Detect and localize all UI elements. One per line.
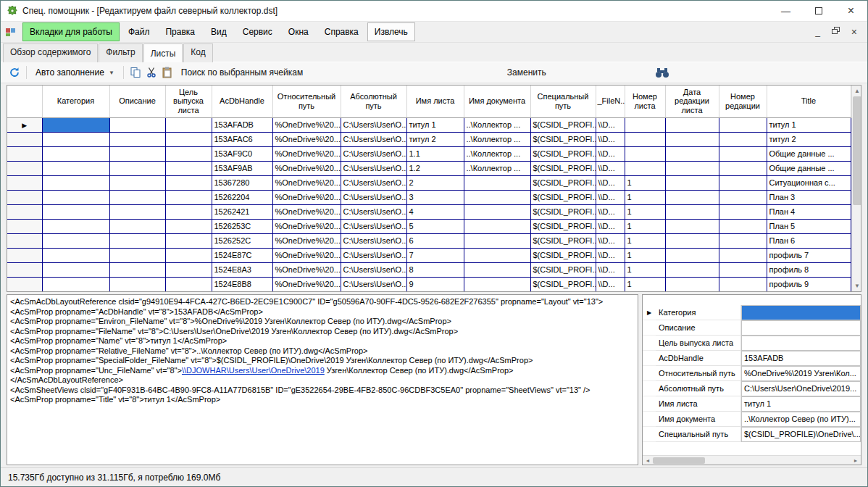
- grid-cell[interactable]: [42, 233, 109, 248]
- grid-cell[interactable]: [42, 161, 109, 175]
- grid-cell[interactable]: %OneDrive%\20...: [272, 161, 341, 175]
- grid-cell[interactable]: Общие данные ...: [767, 161, 851, 175]
- grid-cell[interactable]: \\D...: [596, 132, 625, 146]
- grid-cell[interactable]: $(CSIDL_PROFI...: [530, 219, 596, 233]
- grid-cell[interactable]: 153AFAC6: [212, 132, 272, 146]
- grid-cell[interactable]: 1.2: [406, 161, 464, 175]
- grid-cell[interactable]: [665, 248, 719, 262]
- grid-cell[interactable]: [165, 219, 212, 233]
- scroll-up-icon[interactable]: ▲: [854, 86, 860, 96]
- grid-cell[interactable]: $(CSIDL_PROFI...: [530, 233, 596, 248]
- grid-cell[interactable]: [42, 175, 109, 190]
- grid-cell[interactable]: \\D...: [596, 277, 625, 291]
- property-value[interactable]: ..\Коллектор Север (по ИТУ)...: [741, 412, 861, 427]
- grid-cell[interactable]: $(CSIDL_PROFI...: [530, 190, 596, 204]
- grid-cell[interactable]: [42, 204, 109, 219]
- grid-cell[interactable]: $(CSIDL_PROFI...: [530, 248, 596, 262]
- grid-cell[interactable]: титул 1: [767, 117, 851, 132]
- row-selector[interactable]: [7, 262, 42, 277]
- grid-cell[interactable]: 1526252C: [212, 233, 272, 248]
- mdi-restore-button[interactable]: [832, 27, 840, 37]
- grid-cell[interactable]: [719, 219, 767, 233]
- grid-cell[interactable]: C:\Users\User\O...: [341, 277, 406, 291]
- grid-cell[interactable]: 153AFADB: [212, 117, 272, 132]
- property-horizontal-scrollbar[interactable]: ◄ ►: [643, 455, 861, 465]
- grid-cell[interactable]: [665, 161, 719, 175]
- menu-item[interactable]: Справка: [317, 22, 366, 41]
- grid-cell[interactable]: \\D...: [596, 175, 625, 190]
- grid-cell[interactable]: [42, 117, 109, 132]
- column-header[interactable]: Относительный путь: [272, 86, 341, 117]
- grid-cell[interactable]: 15367280: [212, 175, 272, 190]
- grid-cell[interactable]: [109, 219, 165, 233]
- grid-cell[interactable]: [665, 262, 719, 277]
- grid-cell[interactable]: [719, 146, 767, 161]
- grid-cell[interactable]: $(CSIDL_PROFI...: [530, 262, 596, 277]
- grid-cell[interactable]: C:\Users\User\O...: [341, 175, 406, 190]
- grid-cell[interactable]: \\D...: [596, 204, 625, 219]
- grid-cell[interactable]: [42, 262, 109, 277]
- minimize-button[interactable]: —: [769, 1, 802, 21]
- column-header[interactable]: Title: [767, 86, 851, 117]
- property-value[interactable]: титул 1: [741, 396, 861, 412]
- menu-item[interactable]: Вкладки для работы: [22, 22, 120, 41]
- cut-button[interactable]: [143, 64, 159, 80]
- row-selector[interactable]: [7, 161, 42, 175]
- grid-cell[interactable]: 1526253C: [212, 219, 272, 233]
- grid-cell[interactable]: [719, 233, 767, 248]
- grid-cell[interactable]: 1: [625, 277, 665, 291]
- column-header[interactable]: Специальный путь: [530, 86, 596, 117]
- grid-cell[interactable]: [42, 248, 109, 262]
- grid-vertical-scrollbar[interactable]: ▲ ▼: [851, 86, 862, 291]
- refresh-button[interactable]: [7, 64, 22, 80]
- grid-cell[interactable]: %OneDrive%\20...: [272, 277, 341, 291]
- property-value[interactable]: [741, 336, 861, 351]
- grid-cell[interactable]: ..\Коллектор ...: [464, 161, 530, 175]
- grid-cell[interactable]: [665, 219, 719, 233]
- grid-cell[interactable]: C:\Users\User\O...: [341, 146, 406, 161]
- grid-cell[interactable]: титул 2: [406, 132, 464, 146]
- grid-cell[interactable]: [719, 190, 767, 204]
- grid-cell[interactable]: [625, 146, 665, 161]
- grid-cell[interactable]: %OneDrive%\20...: [272, 117, 341, 132]
- column-header[interactable]: _FileN...: [596, 86, 625, 117]
- grid-cell[interactable]: 1524E8A3: [212, 262, 272, 277]
- grid-cell[interactable]: [464, 175, 530, 190]
- grid-cell[interactable]: [165, 277, 212, 291]
- menu-item[interactable]: Файл: [121, 22, 157, 41]
- grid-cell[interactable]: [719, 277, 767, 291]
- grid-cell[interactable]: 1: [625, 190, 665, 204]
- column-header[interactable]: AcDbHandle: [212, 86, 272, 117]
- grid-cell[interactable]: %OneDrive%\20...: [272, 233, 341, 248]
- grid-cell[interactable]: [665, 146, 719, 161]
- menu-item[interactable]: Сервис: [235, 22, 280, 41]
- grid-cell[interactable]: [165, 233, 212, 248]
- grid-cell[interactable]: титул 1: [406, 117, 464, 132]
- mdi-close-button[interactable]: ×: [851, 26, 857, 38]
- grid-cell[interactable]: 8: [406, 262, 464, 277]
- find-button[interactable]: [654, 64, 670, 80]
- grid-cell[interactable]: [625, 132, 665, 146]
- grid-cell[interactable]: C:\Users\User\O...: [341, 190, 406, 204]
- grid-cell[interactable]: [109, 117, 165, 132]
- grid-cell[interactable]: [719, 248, 767, 262]
- grid-cell[interactable]: 1.1: [406, 146, 464, 161]
- grid-cell[interactable]: [665, 175, 719, 190]
- column-header[interactable]: Номер редакции: [719, 86, 767, 117]
- grid-cell[interactable]: [165, 204, 212, 219]
- column-header[interactable]: Имя документа: [464, 86, 530, 117]
- tab-item[interactable]: Фильтр: [99, 43, 142, 62]
- grid-cell[interactable]: \\D...: [596, 219, 625, 233]
- grid-cell[interactable]: 1524E8B8: [212, 277, 272, 291]
- column-header[interactable]: Имя листа: [406, 86, 464, 117]
- grid-cell[interactable]: [165, 248, 212, 262]
- grid-cell[interactable]: C:\Users\User\O...: [341, 117, 406, 132]
- grid-cell[interactable]: [464, 248, 530, 262]
- grid-cell[interactable]: \\D...: [596, 161, 625, 175]
- grid-cell[interactable]: %OneDrive%\20...: [272, 175, 341, 190]
- grid-cell[interactable]: План 6: [767, 233, 851, 248]
- grid-cell[interactable]: [165, 161, 212, 175]
- row-selector[interactable]: [7, 277, 42, 291]
- unc-path-link[interactable]: \\DJOWHAR\Users\User\OneDrive\2019: [182, 366, 325, 375]
- column-header[interactable]: Номер листа: [625, 86, 665, 117]
